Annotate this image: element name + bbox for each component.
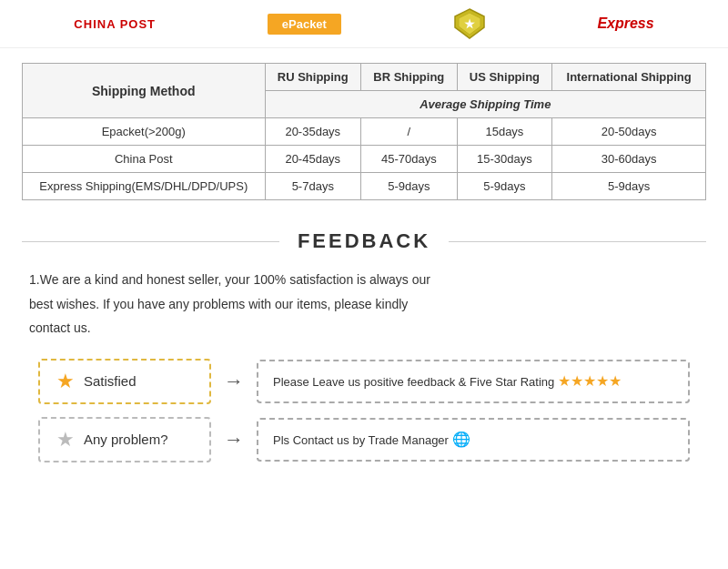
feedback-section: 1.We are a kind and honest seller, your …: [0, 260, 728, 481]
ru-cell-2: 5-7days: [265, 173, 361, 200]
method-cell-1: China Post: [23, 146, 266, 173]
problem-label: Any problem?: [84, 432, 168, 447]
avg-time-label: Average Shipping Time: [265, 91, 705, 118]
star-satisfied-icon: ★: [56, 370, 75, 393]
svg-text:★: ★: [464, 17, 475, 31]
shield-logo-item: ★: [453, 7, 486, 40]
table-row: Epacket(>200g) 20-35days / 15days 20-50d…: [23, 118, 706, 146]
method-cell-0: Epacket(>200g): [23, 118, 266, 146]
satisfied-box: ★ Satisfied: [38, 359, 211, 404]
problem-right-box: Pls Contact us by Trade Manager 🌐: [257, 418, 690, 462]
ru-shipping-header: RU Shipping: [265, 64, 361, 91]
arrow-icon-problem: →: [224, 428, 244, 452]
star-problem-icon: ★: [56, 428, 75, 452]
us-cell-1: 15-30days: [457, 146, 552, 173]
intl-cell-1: 30-60days: [552, 146, 706, 173]
shipping-table: Shipping Method RU Shipping BR Shipping …: [22, 63, 706, 200]
express-logo: Express: [597, 15, 653, 32]
feedback-line-3: contact us.: [29, 320, 91, 335]
table-row: Express Shipping(EMS/DHL/DPD/UPS) 5-7day…: [23, 173, 706, 200]
ru-cell-0: 20-35days: [265, 118, 361, 146]
satisfied-right-text: Please Leave us positive feedback & Five…: [273, 375, 554, 389]
intl-cell-0: 20-50days: [552, 118, 706, 146]
globe-icon: 🌐: [452, 432, 470, 447]
us-cell-2: 5-9days: [457, 173, 552, 200]
epacket-logo: ePacket: [268, 14, 341, 35]
br-cell-2: 5-9days: [361, 173, 458, 200]
logos-bar: CHINA POST ePacket ★ Express: [0, 0, 728, 48]
arrow-icon-satisfied: →: [224, 370, 244, 393]
satisfied-label: Satisfied: [84, 373, 136, 389]
problem-row: ★ Any problem? → Pls Contact us by Trade…: [38, 417, 690, 462]
us-cell-0: 15days: [457, 118, 552, 146]
china-post-logo: CHINA POST: [74, 17, 156, 31]
epacket-logo-item: ePacket: [268, 14, 341, 35]
intl-shipping-header: International Shipping: [552, 64, 706, 91]
stars-yellow: ★★★★★: [558, 373, 622, 389]
ru-cell-1: 20-45days: [265, 146, 361, 173]
satisfied-right-box: Please Leave us positive feedback & Five…: [257, 360, 690, 403]
express-logo-item: Express: [597, 15, 653, 32]
intl-cell-2: 5-9days: [552, 173, 706, 200]
method-cell-2: Express Shipping(EMS/DHL/DPD/UPS): [23, 173, 266, 200]
feedback-line-1: 1.We are a kind and honest seller, your …: [29, 272, 430, 287]
br-shipping-header: BR Shipping: [361, 64, 458, 91]
feedback-divider: FEEDBACK: [0, 215, 728, 260]
method-header: Shipping Method: [23, 64, 266, 118]
us-shipping-header: US Shipping: [457, 64, 552, 91]
china-post-logo-item: CHINA POST: [74, 17, 156, 31]
feedback-line-2: best wishes. If you have any problems wi…: [29, 297, 408, 311]
problem-right-text: Pls Contact us by Trade Manager: [273, 433, 449, 447]
shield-icon: ★: [453, 7, 486, 40]
feedback-text-block: 1.We are a kind and honest seller, your …: [29, 268, 699, 340]
divider-line-right: [449, 241, 706, 242]
feedback-rows: ★ Satisfied → Please Leave us positive f…: [29, 359, 699, 462]
problem-box: ★ Any problem?: [38, 417, 211, 462]
br-cell-0: /: [361, 118, 458, 146]
satisfied-row: ★ Satisfied → Please Leave us positive f…: [38, 359, 690, 404]
table-header-row: Shipping Method RU Shipping BR Shipping …: [23, 64, 706, 91]
feedback-title: FEEDBACK: [279, 229, 449, 253]
br-cell-1: 45-70days: [361, 146, 458, 173]
table-row: China Post 20-45days 45-70days 15-30days…: [23, 146, 706, 173]
divider-line-left: [22, 241, 279, 242]
shipping-section: Shipping Method RU Shipping BR Shipping …: [0, 48, 728, 215]
